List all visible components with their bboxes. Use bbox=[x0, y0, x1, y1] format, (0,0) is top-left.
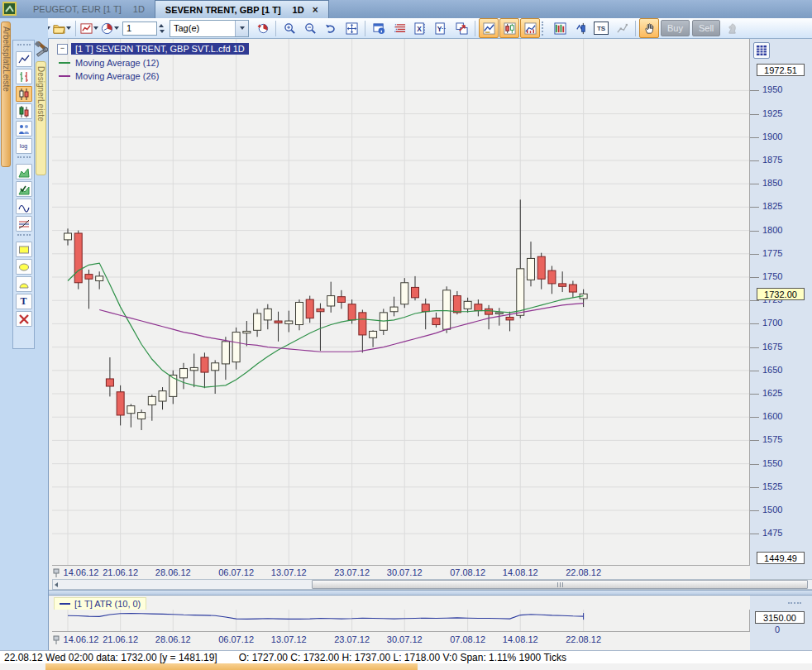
candlestick-chart-canvas[interactable] bbox=[52, 39, 750, 566]
horizontal-lines-icon bbox=[394, 22, 406, 35]
delete-tool-button[interactable] bbox=[16, 311, 32, 327]
volume-histogram-icon bbox=[554, 22, 566, 35]
volume-histogram-button[interactable] bbox=[550, 18, 570, 38]
zoom-out-button[interactable] bbox=[300, 18, 320, 38]
atr-chart-canvas[interactable] bbox=[52, 610, 750, 632]
rectangle-tool-button[interactable] bbox=[16, 242, 32, 257]
date-tick-label: 14.08.12 bbox=[499, 567, 541, 577]
price-tick bbox=[750, 347, 759, 348]
area-chart-tool-button[interactable] bbox=[16, 164, 32, 179]
x-axis-settings-button[interactable]: X bbox=[410, 18, 430, 38]
legend-ma12-row[interactable]: Moving Average (12) bbox=[57, 57, 249, 68]
ellipse-tool-button[interactable] bbox=[16, 259, 32, 275]
candlestick-mode-button[interactable] bbox=[499, 18, 519, 38]
atr-axis-handle-icon[interactable] bbox=[788, 602, 801, 606]
pan-button[interactable] bbox=[342, 18, 361, 38]
panel-splitter[interactable] bbox=[49, 590, 812, 596]
grid-settings-button[interactable] bbox=[753, 42, 770, 59]
compare-tool-button[interactable] bbox=[16, 121, 32, 136]
price-tick bbox=[750, 277, 759, 278]
log-scale-button[interactable]: log bbox=[16, 138, 32, 154]
buy-button[interactable]: Buy bbox=[661, 20, 690, 36]
log-scale-icon: log bbox=[20, 143, 27, 149]
price-tick-label: 1950 bbox=[762, 84, 782, 94]
atr-legend[interactable]: [1 T] ATR (10, 0) bbox=[54, 597, 146, 610]
area-check-tool-button[interactable] bbox=[16, 181, 32, 197]
date-tick-label: 06.07.12 bbox=[216, 634, 257, 644]
strategy-icon bbox=[616, 22, 628, 35]
atr-legend-label: [1 T] ATR (10, 0) bbox=[74, 599, 141, 609]
strip-drag-handle[interactable] bbox=[17, 44, 31, 49]
date-axis-atr[interactable]: 14.06.1221.06.1228.06.1206.07.1213.07.12… bbox=[52, 633, 750, 646]
legend-ma26-row[interactable]: Moving Average (26) bbox=[57, 70, 249, 81]
date-tick-label: 06.07.12 bbox=[216, 567, 257, 577]
text-tool-button[interactable]: T bbox=[16, 294, 32, 309]
ts-indicator-button[interactable]: TS bbox=[591, 18, 611, 38]
sidebar-tab-workspace[interactable]: ArbeitsplatzLeiste bbox=[1, 22, 11, 167]
date-tick-label: 14.08.12 bbox=[499, 634, 541, 644]
chart-horizontal-scrollbar[interactable] bbox=[52, 579, 812, 590]
tab-close-icon[interactable]: × bbox=[313, 4, 318, 16]
area-chart-icon bbox=[18, 166, 30, 178]
status-crosshair-info: 22.08.12 Wed 02:00 data: 1732.00 [y = 14… bbox=[4, 652, 217, 663]
undo-button[interactable] bbox=[321, 18, 341, 38]
date-tick-label: 21.06.12 bbox=[100, 634, 141, 644]
line-chart-mode-button[interactable] bbox=[479, 18, 499, 38]
candlestick-tool-button[interactable] bbox=[16, 86, 32, 102]
spinner-up-icon[interactable] bbox=[159, 24, 164, 27]
price-tick bbox=[750, 254, 759, 255]
y-axis-settings-button[interactable]: Y bbox=[431, 18, 451, 38]
atr-line-swatch bbox=[60, 603, 70, 605]
buy-label: Buy bbox=[667, 23, 683, 33]
horizontal-lines-button[interactable] bbox=[389, 18, 409, 38]
combobox-dropdown-button[interactable] bbox=[235, 21, 248, 36]
add-comparison-button[interactable] bbox=[252, 18, 272, 38]
sell-button[interactable]: Sell bbox=[692, 20, 720, 36]
volume-candle-button[interactable] bbox=[571, 18, 590, 38]
price-tick bbox=[750, 394, 759, 395]
scroll-left-icon[interactable] bbox=[55, 582, 58, 587]
window-swap-button[interactable] bbox=[451, 18, 471, 38]
price-tick-label: 1550 bbox=[762, 458, 782, 468]
price-axis[interactable]: 1475150015251550157516001625165016751700… bbox=[750, 39, 812, 579]
bar-chart-mode-button[interactable] bbox=[520, 18, 540, 38]
period-count-input[interactable] bbox=[122, 22, 157, 36]
price-tick bbox=[750, 323, 759, 324]
colored-candles-tool-button[interactable] bbox=[16, 103, 32, 119]
info-window-button[interactable] bbox=[369, 18, 389, 38]
line-tool-button[interactable] bbox=[16, 51, 32, 67]
period-unit-combobox[interactable]: Tag(e) bbox=[170, 20, 249, 37]
strategy-button[interactable] bbox=[612, 18, 632, 38]
left-rail: ArbeitsplatzLeiste DesignerLeiste bbox=[0, 18, 48, 650]
price-tick-label: 1575 bbox=[762, 434, 782, 444]
trading-locked-button[interactable] bbox=[722, 18, 742, 38]
zoom-in-button[interactable] bbox=[279, 18, 299, 38]
legend-symbol-title[interactable]: [1 T] SEVERN TRENT, GBP SVT.L.cfd 1D bbox=[71, 43, 249, 55]
sidebar-tab-designer[interactable]: DesignerLeiste bbox=[36, 61, 46, 175]
period-button[interactable] bbox=[100, 18, 120, 38]
minimized-panel-strip[interactable] bbox=[45, 663, 418, 670]
ma12-line-swatch bbox=[59, 62, 70, 64]
multi-line-tool-button[interactable] bbox=[16, 216, 32, 232]
price-tick-label: 1875 bbox=[762, 155, 782, 165]
scrollbar-thumb[interactable] bbox=[312, 580, 808, 589]
tab-severn-trent[interactable]: SEVERN TRENT, GBP [1 T] 1D × bbox=[155, 0, 329, 18]
cursor-hand-button[interactable] bbox=[639, 18, 659, 38]
zoom-in-icon bbox=[284, 22, 296, 35]
collapse-icon[interactable]: − bbox=[57, 44, 68, 55]
app-icon[interactable] bbox=[2, 2, 17, 17]
price-tick-label: 1525 bbox=[762, 481, 782, 491]
date-tick-label: 28.06.12 bbox=[152, 634, 193, 644]
curve-tool-button[interactable] bbox=[16, 199, 32, 214]
open-button[interactable] bbox=[52, 18, 72, 38]
ohlc-tool-button[interactable] bbox=[16, 69, 32, 84]
price-tick bbox=[750, 371, 759, 371]
arc-tool-button[interactable] bbox=[16, 276, 32, 292]
tab-timeframe: 1D bbox=[293, 5, 304, 15]
spinner-down-icon[interactable] bbox=[160, 30, 165, 33]
ohlc-tool-icon bbox=[18, 71, 30, 83]
chart-template-button[interactable] bbox=[79, 18, 99, 38]
price-tick-label: 1800 bbox=[762, 225, 782, 235]
tab-peugeot[interactable]: PEUGEOT, EUR [1 T] 1D bbox=[23, 0, 155, 18]
date-axis-main[interactable]: 14.06.1221.06.1228.06.1206.07.1213.07.12… bbox=[52, 566, 750, 579]
